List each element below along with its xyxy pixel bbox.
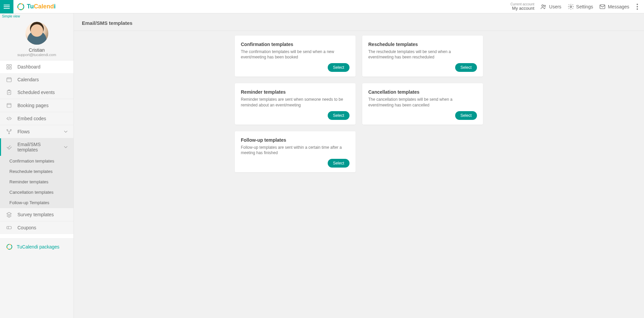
profile-name: Cristian	[0, 47, 73, 53]
sidebar-item-survey-templates[interactable]: Survey templates	[0, 208, 73, 221]
page-title: Email/SMS templates	[74, 13, 644, 31]
svg-rect-11	[7, 78, 11, 82]
clipboard-check-icon	[6, 89, 12, 95]
svg-point-16	[10, 129, 11, 130]
sidebar-submenu-templates: Confirmation templates Reschedule templa…	[0, 156, 73, 208]
profile-block: Cristian support@tucalendi.com	[0, 19, 73, 60]
card-confirmation-templates: Confirmation templates The confirmation …	[235, 36, 356, 77]
sub-item-confirmation-templates[interactable]: Confirmation templates	[0, 156, 73, 166]
card-title: Reschedule templates	[368, 42, 477, 47]
sidebar-item-email-sms-templates[interactable]: Email/SMS templates	[0, 138, 73, 156]
sidebar-item-booking-pages[interactable]: Booking pages	[0, 99, 73, 112]
profile-email: support@tucalendi.com	[0, 53, 73, 57]
svg-rect-7	[7, 64, 8, 66]
card-description: The reschedule templates will be send wh…	[368, 49, 477, 60]
svg-rect-8	[10, 64, 11, 66]
double-check-icon	[6, 144, 12, 150]
users-link[interactable]: Users	[540, 3, 561, 10]
brand-logo-block[interactable]: TuCalendi	[17, 3, 56, 11]
ticket-icon	[6, 225, 12, 231]
card-reminder-templates: Reminder templates Reminder templates ar…	[235, 83, 356, 124]
chevron-down-icon	[63, 144, 69, 150]
sub-item-reminder-templates[interactable]: Reminder templates	[0, 177, 73, 187]
card-description: Reminder templates are sent when someone…	[241, 97, 350, 107]
topbar-right: Current account My account Users Setting…	[511, 2, 644, 11]
svg-point-5	[570, 6, 572, 7]
settings-link[interactable]: Settings	[568, 3, 593, 10]
sidebar-item-packages[interactable]: TuCalendi packages	[0, 238, 73, 256]
svg-point-15	[7, 129, 8, 130]
sidebar-item-embed-codes[interactable]: Embed codes	[0, 112, 73, 125]
page-icon	[6, 102, 12, 108]
card-title: Cancellation templates	[368, 89, 477, 95]
topbar: TuCalendi Current account My account Use…	[0, 0, 644, 13]
code-icon	[6, 116, 12, 122]
messages-link[interactable]: Messages	[599, 3, 629, 10]
svg-rect-6	[600, 5, 605, 9]
gear-icon	[568, 3, 574, 10]
sub-item-followup-templates[interactable]: Follow-up Templates	[0, 197, 73, 208]
svg-rect-18	[7, 226, 11, 229]
card-description: The confirmation templates will be send …	[241, 49, 350, 60]
card-description: The cancellation templates will be send …	[368, 97, 477, 107]
svg-point-4	[544, 5, 545, 6]
select-button[interactable]: Select	[455, 63, 477, 72]
sub-item-cancellation-templates[interactable]: Cancellation templates	[0, 187, 73, 197]
sidebar-item-dashboard[interactable]: Dashboard	[0, 60, 73, 73]
svg-rect-14	[7, 103, 11, 107]
svg-rect-9	[7, 67, 8, 69]
card-cancellation-templates: Cancellation templates The cancellation …	[362, 83, 483, 124]
layers-icon	[6, 212, 12, 218]
svg-point-3	[542, 5, 543, 6]
menu-toggle-button[interactable]	[0, 0, 13, 13]
sidebar-item-flows[interactable]: Flows	[0, 125, 73, 138]
dashboard-icon	[6, 64, 12, 70]
sidebar-item-scheduled-events[interactable]: Scheduled events	[0, 86, 73, 99]
mail-icon	[599, 3, 606, 10]
select-button[interactable]: Select	[328, 159, 350, 168]
card-title: Confirmation templates	[241, 42, 350, 47]
main-content: Email/SMS templates Confirmation templat…	[74, 13, 644, 318]
card-reschedule-templates: Reschedule templates The reschedule temp…	[362, 36, 483, 77]
select-button[interactable]: Select	[455, 111, 477, 120]
account-switcher[interactable]: Current account My account	[511, 2, 534, 11]
users-icon	[540, 3, 547, 10]
chevron-down-icon	[63, 129, 69, 135]
calendar-icon	[6, 77, 12, 83]
avatar[interactable]	[25, 22, 48, 45]
sidebar-item-coupons[interactable]: Coupons	[0, 221, 73, 234]
sidebar-item-calendars[interactable]: Calendars	[0, 73, 73, 86]
sidebar: Simple view Cristian support@tucalendi.c…	[0, 13, 74, 318]
simple-view-toggle[interactable]: Simple view	[0, 13, 73, 19]
svg-point-17	[9, 133, 10, 134]
svg-rect-10	[10, 67, 11, 69]
template-cards-grid: Confirmation templates The confirmation …	[235, 36, 483, 172]
card-description: Follow-up templates are sent within a ce…	[241, 145, 350, 155]
select-button[interactable]: Select	[328, 63, 350, 72]
select-button[interactable]: Select	[328, 111, 350, 120]
card-followup-templates: Follow-up templates Follow-up templates …	[235, 131, 356, 172]
brand-text: TuCalendi	[27, 3, 56, 10]
account-name: My account	[511, 6, 534, 11]
sub-item-reschedule-templates[interactable]: Reschedule templates	[0, 166, 73, 177]
card-title: Reminder templates	[241, 89, 350, 95]
flow-icon	[6, 129, 12, 135]
more-menu-button[interactable]	[635, 2, 639, 11]
brand-icon	[17, 3, 25, 11]
brand-small-icon	[6, 243, 13, 250]
card-title: Follow-up templates	[241, 137, 350, 143]
